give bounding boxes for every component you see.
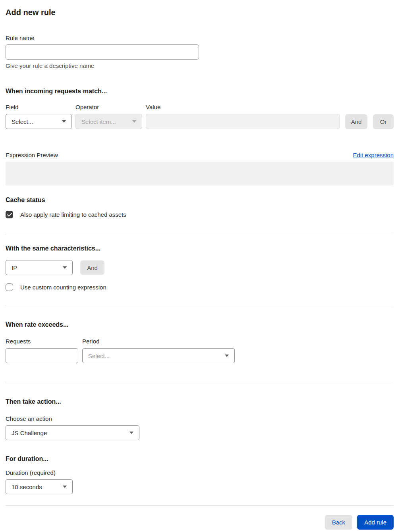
duration-label: Duration (required) xyxy=(6,469,394,477)
cached-assets-checkbox[interactable] xyxy=(6,211,13,218)
cached-assets-row: Also apply rate limiting to cached asset… xyxy=(6,211,394,218)
requests-label: Requests xyxy=(6,337,78,345)
action-select[interactable]: JS Challenge xyxy=(6,425,139,440)
duration-select-value: 10 seconds xyxy=(12,484,42,490)
custom-counting-checkbox[interactable] xyxy=(6,283,13,291)
chevron-down-icon xyxy=(225,355,229,357)
section-divider xyxy=(6,383,394,383)
section-divider xyxy=(6,306,394,306)
operator-select-value: Select item... xyxy=(81,118,116,125)
expression-preview-box xyxy=(6,162,394,185)
and-button[interactable]: And xyxy=(345,114,367,129)
back-button[interactable]: Back xyxy=(325,515,352,530)
custom-counting-label: Use custom counting expression xyxy=(20,284,106,291)
value-input[interactable] xyxy=(146,114,340,129)
rule-name-helper: Give your rule a descriptive name xyxy=(6,62,394,70)
field-select-value: Select... xyxy=(12,118,33,125)
value-column: Value xyxy=(146,103,340,129)
characteristics-select-value: IP xyxy=(12,264,17,271)
footer-divider xyxy=(6,505,394,506)
field-label: Field xyxy=(6,103,72,111)
cache-status-heading: Cache status xyxy=(6,196,394,204)
footer-actions: Back Add rule xyxy=(6,515,394,530)
field-select[interactable]: Select... xyxy=(6,114,72,129)
match-section-heading: When incoming requests match... xyxy=(6,87,394,96)
expression-preview-header: Expression Preview Edit expression xyxy=(6,151,394,159)
characteristics-heading: With the same characteristics... xyxy=(6,244,394,253)
period-select[interactable]: Select... xyxy=(82,348,235,363)
period-label: Period xyxy=(82,337,235,345)
match-expression-row: Field Select... Operator Select item... … xyxy=(6,103,394,129)
chevron-down-icon xyxy=(132,120,136,123)
chevron-down-icon xyxy=(63,486,67,488)
chevron-down-icon xyxy=(63,266,67,269)
characteristics-and-button[interactable]: And xyxy=(80,260,104,275)
value-label: Value xyxy=(146,103,340,111)
field-column: Field Select... xyxy=(6,103,72,129)
for-duration-heading: For duration... xyxy=(6,455,394,463)
chevron-down-icon xyxy=(129,432,133,434)
rate-row: Requests Period Select... xyxy=(6,337,394,363)
rule-name-input[interactable] xyxy=(6,44,199,60)
duration-select[interactable]: 10 seconds xyxy=(6,479,73,494)
take-action-heading: Then take action... xyxy=(6,397,394,406)
choose-action-label: Choose an action xyxy=(6,415,394,423)
or-button[interactable]: Or xyxy=(373,114,394,129)
add-rule-form: Add new rule Rule name Give your rule a … xyxy=(0,0,398,532)
requests-column: Requests xyxy=(6,337,78,363)
action-select-value: JS Challenge xyxy=(12,430,47,436)
period-select-value: Select... xyxy=(88,353,110,359)
operator-select[interactable]: Select item... xyxy=(75,114,142,129)
checkmark-icon xyxy=(7,213,12,217)
requests-input[interactable] xyxy=(6,348,78,363)
rule-name-label: Rule name xyxy=(6,34,394,42)
custom-counting-row: Use custom counting expression xyxy=(6,283,394,291)
operator-label: Operator xyxy=(75,103,142,111)
rate-exceeds-heading: When rate exceeds... xyxy=(6,320,394,329)
chevron-down-icon xyxy=(62,120,66,123)
characteristics-select[interactable]: IP xyxy=(6,260,73,275)
section-divider xyxy=(6,234,394,234)
page-title: Add new rule xyxy=(6,7,394,17)
characteristics-row: IP And xyxy=(6,260,394,275)
period-column: Period Select... xyxy=(82,337,235,363)
expression-preview-label: Expression Preview xyxy=(6,151,58,159)
add-rule-button[interactable]: Add rule xyxy=(357,515,394,530)
edit-expression-link[interactable]: Edit expression xyxy=(353,151,394,159)
operator-column: Operator Select item... xyxy=(75,103,142,129)
cached-assets-label: Also apply rate limiting to cached asset… xyxy=(20,211,126,218)
